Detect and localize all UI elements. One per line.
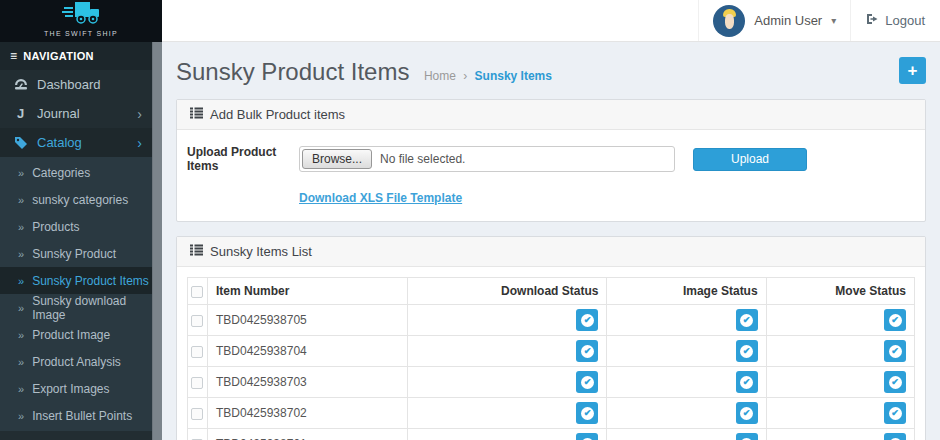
- upload-panel-title: Add Bulk Product items: [210, 107, 345, 122]
- truck-icon: [59, 1, 103, 31]
- submenu-item-sunsky-product-items[interactable]: » Sunsky Product Items: [0, 267, 152, 294]
- move-status-button[interactable]: ✔: [884, 340, 906, 362]
- table-row: TBD0425938702 ✔ ✔ ✔: [188, 398, 915, 429]
- double-angle-icon: »: [18, 167, 24, 179]
- submenu-item-label: Sunsky download Image: [32, 294, 152, 322]
- sidebar-section-header: ≡ NAVIGATION: [0, 42, 152, 70]
- submenu-item-products[interactable]: » Products: [0, 213, 152, 240]
- submenu-item-label: Product Analysis: [32, 355, 121, 369]
- sidebar: ≡ NAVIGATION Dashboard J Journal ›: [0, 42, 152, 440]
- chevron-right-icon: ›: [137, 136, 142, 150]
- check-circle-icon: ✔: [740, 407, 753, 420]
- move-status-button[interactable]: ✔: [884, 433, 906, 440]
- check-circle-icon: ✔: [740, 314, 753, 327]
- row-checkbox[interactable]: [191, 315, 203, 327]
- sidebar-scrollbar[interactable]: [152, 42, 162, 440]
- check-circle-icon: ✔: [889, 345, 902, 358]
- submenu-item-sunsky-product[interactable]: » Sunsky Product: [0, 240, 152, 267]
- double-angle-icon: »: [18, 383, 24, 395]
- sign-out-icon: [866, 13, 879, 28]
- row-checkbox[interactable]: [191, 346, 203, 358]
- tag-icon: [13, 136, 28, 149]
- submenu-item-label: Insert Bullet Points: [32, 409, 132, 423]
- download-status-button[interactable]: ✔: [576, 433, 598, 440]
- logout-label: Logout: [885, 13, 925, 28]
- image-status-button[interactable]: ✔: [736, 402, 758, 424]
- breadcrumb-home-link[interactable]: Home: [424, 69, 456, 83]
- submenu-item-product-image[interactable]: » Product Image: [0, 321, 152, 348]
- col-download-status: Download Status: [408, 278, 607, 305]
- double-angle-icon: »: [18, 221, 24, 233]
- check-circle-icon: ✔: [740, 345, 753, 358]
- submenu-item-label: Sunsky Product: [32, 247, 116, 261]
- table-row: TBD0425938701 ✔ ✔ ✔: [188, 429, 915, 440]
- submenu-item-label: Export Images: [32, 382, 109, 396]
- col-move-status: Move Status: [766, 278, 914, 305]
- table-header-row: Item Number Download Status Image Status…: [188, 278, 915, 305]
- items-list-panel: Sunsky Items List Item Number Download S…: [176, 236, 926, 440]
- items-list-body: Item Number Download Status Image Status…: [177, 267, 925, 440]
- upload-field-label: Upload Product Items: [187, 145, 299, 173]
- double-angle-icon: »: [18, 356, 24, 368]
- brand-logo[interactable]: THE SWIFT SHIP: [0, 0, 162, 42]
- main-content: Sunsky Product Items Home › Sunsky Items…: [162, 42, 940, 440]
- items-table: Item Number Download Status Image Status…: [187, 277, 915, 440]
- table-row: TBD0425938703 ✔ ✔ ✔: [188, 367, 915, 398]
- image-status-button[interactable]: ✔: [736, 340, 758, 362]
- col-item-number: Item Number: [207, 278, 407, 305]
- item-number: TBD0425938704: [207, 336, 407, 367]
- chevron-right-icon: ›: [137, 107, 142, 121]
- sidebar-item-label: Journal: [37, 106, 80, 121]
- move-status-button[interactable]: ✔: [884, 402, 906, 424]
- double-angle-icon: »: [18, 410, 24, 422]
- download-status-button[interactable]: ✔: [576, 402, 598, 424]
- user-menu[interactable]: Admin User ▾: [698, 0, 850, 41]
- col-image-status: Image Status: [607, 278, 766, 305]
- download-template-link[interactable]: Download XLS File Template: [299, 191, 462, 205]
- sidebar-item-dashboard[interactable]: Dashboard: [0, 70, 152, 99]
- item-number: TBD0425938705: [207, 305, 407, 336]
- image-status-button[interactable]: ✔: [736, 371, 758, 393]
- image-status-button[interactable]: ✔: [736, 309, 758, 331]
- submenu-item-sunsky-download-image[interactable]: » Sunsky download Image: [0, 294, 152, 321]
- brand-name: THE SWIFT SHIP: [44, 30, 118, 37]
- double-angle-icon: »: [18, 248, 24, 260]
- add-button[interactable]: +: [899, 57, 926, 84]
- content-header: Sunsky Product Items Home › Sunsky Items…: [162, 42, 940, 99]
- double-angle-icon: »: [18, 329, 24, 341]
- sidebar-item-label: Catalog: [37, 135, 82, 150]
- move-status-button[interactable]: ✔: [884, 371, 906, 393]
- row-checkbox[interactable]: [191, 377, 203, 389]
- submenu-item-product-analysis[interactable]: » Product Analysis: [0, 348, 152, 375]
- check-circle-icon: ✔: [581, 345, 594, 358]
- image-status-button[interactable]: ✔: [736, 433, 758, 440]
- user-name: Admin User: [754, 13, 822, 28]
- submenu-item-insert-bullet-points[interactable]: » Insert Bullet Points: [0, 402, 152, 429]
- file-input[interactable]: Browse... No file selected.: [299, 146, 675, 172]
- submenu-item-label: Products: [32, 220, 79, 234]
- item-number: TBD0425938702: [207, 398, 407, 429]
- upload-button[interactable]: Upload: [693, 148, 807, 171]
- check-circle-icon: ✔: [581, 376, 594, 389]
- submenu-item-categories[interactable]: » Categories: [0, 159, 152, 186]
- avatar: [713, 5, 745, 37]
- submenu-item-label: Categories: [32, 166, 90, 180]
- download-status-button[interactable]: ✔: [576, 340, 598, 362]
- sidebar-item-journal[interactable]: J Journal ›: [0, 99, 152, 128]
- item-number: TBD0425938701: [207, 429, 407, 440]
- download-status-button[interactable]: ✔: [576, 371, 598, 393]
- check-circle-icon: ✔: [581, 407, 594, 420]
- sidebar-header-label: NAVIGATION: [23, 50, 93, 62]
- select-all-checkbox[interactable]: [191, 286, 203, 298]
- journal-icon: J: [13, 106, 28, 121]
- move-status-button[interactable]: ✔: [884, 309, 906, 331]
- download-status-button[interactable]: ✔: [576, 309, 598, 331]
- app-window: THE SWIFT SHIP Admin User ▾ Logout ≡ NAV…: [0, 0, 940, 440]
- submenu-item-sunsky-categories[interactable]: » sunsky categories: [0, 186, 152, 213]
- logout-button[interactable]: Logout: [850, 0, 940, 41]
- top-navbar: Admin User ▾ Logout: [162, 0, 940, 42]
- browse-button[interactable]: Browse...: [302, 149, 372, 169]
- sidebar-item-catalog[interactable]: Catalog ›: [0, 128, 152, 157]
- row-checkbox[interactable]: [191, 408, 203, 420]
- submenu-item-export-images[interactable]: » Export Images: [0, 375, 152, 402]
